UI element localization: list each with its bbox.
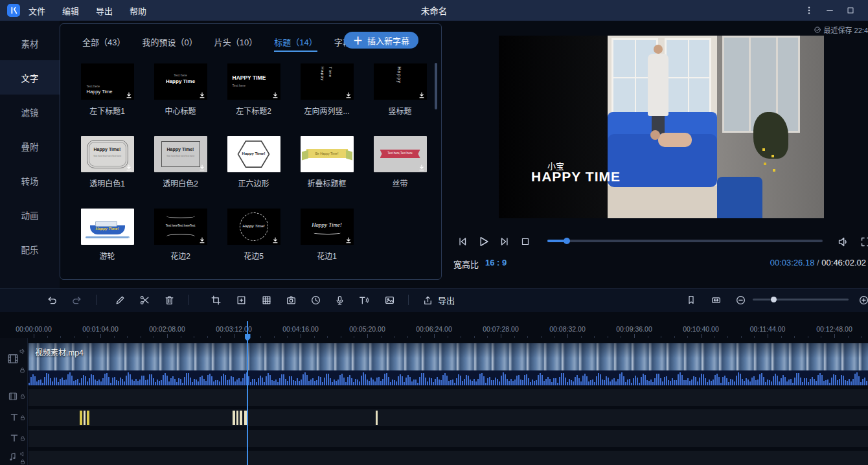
fit-timeline-button[interactable] bbox=[707, 291, 724, 308]
template-thumbnail[interactable]: Text hereHappy Time bbox=[154, 63, 207, 100]
download-icon[interactable] bbox=[345, 164, 352, 171]
next-frame-button[interactable] bbox=[497, 234, 512, 249]
stop-button[interactable] bbox=[518, 234, 533, 249]
seek-bar[interactable] bbox=[547, 240, 823, 242]
marker-button[interactable] bbox=[683, 291, 700, 308]
playhead-handle[interactable] bbox=[245, 334, 251, 341]
template-thumbnail[interactable]: Happy Time! bbox=[227, 136, 280, 172]
template-card[interactable]: Happy Time! 花边5 bbox=[217, 205, 290, 277]
aspect-ratio[interactable]: 宽高比 16 : 9 bbox=[453, 258, 507, 270]
template-thumbnail[interactable]: Happy Time! bbox=[81, 209, 134, 245]
template-card[interactable]: Happy Time!Text hereText hereText here 透… bbox=[71, 132, 144, 205]
download-icon[interactable] bbox=[345, 92, 352, 98]
template-thumbnail[interactable]: HAPPY TIMEText here bbox=[227, 63, 280, 100]
library-tab[interactable]: 全部（43） bbox=[82, 36, 125, 52]
music-track[interactable] bbox=[29, 451, 868, 465]
zoom-in-button[interactable] bbox=[855, 291, 868, 308]
template-thumbnail[interactable]: Happy Time!Text hereText hereText here bbox=[81, 136, 134, 172]
download-icon[interactable] bbox=[126, 164, 132, 171]
template-thumbnail[interactable]: HappyTime bbox=[301, 63, 354, 100]
subtitle-clip[interactable] bbox=[84, 411, 86, 425]
template-card[interactable]: Text hereText hereText 花边2 bbox=[144, 205, 217, 277]
download-icon[interactable] bbox=[418, 164, 425, 171]
template-card[interactable]: Be Happy Time! 折叠标题框 bbox=[290, 132, 363, 205]
template-card[interactable]: Text hereHappy Time 左下标题1 bbox=[71, 60, 144, 132]
zoom-slider-handle[interactable] bbox=[771, 297, 777, 302]
mosaic-button[interactable] bbox=[258, 291, 275, 308]
library-tab[interactable]: 我的预设（0） bbox=[142, 36, 197, 52]
video-clip[interactable]: 视频素材.mp4 bbox=[29, 343, 868, 385]
delete-button[interactable] bbox=[161, 291, 177, 308]
track-lock-icon[interactable] bbox=[19, 367, 26, 374]
template-card[interactable]: Happy Time! 花边1 bbox=[290, 205, 363, 277]
track-lock-icon[interactable] bbox=[19, 435, 26, 442]
crop-button[interactable] bbox=[207, 291, 224, 308]
split-button[interactable] bbox=[136, 291, 153, 308]
subtitle-clip[interactable] bbox=[87, 411, 89, 425]
subtitle-clip[interactable] bbox=[376, 411, 378, 425]
panel-scrollbar[interactable] bbox=[435, 63, 437, 109]
more-menu-icon[interactable] bbox=[801, 3, 817, 18]
track-lock-icon[interactable] bbox=[19, 414, 26, 421]
timeline-ruler[interactable]: 00:00:00.0000:01:04.0000:02:08.0000:03:1… bbox=[0, 320, 868, 338]
track-lock-icon[interactable] bbox=[19, 459, 26, 465]
subtitle-clip[interactable] bbox=[80, 411, 82, 425]
track-volume-icon[interactable] bbox=[19, 451, 26, 457]
template-thumbnail[interactable]: Be Happy Time! bbox=[301, 136, 354, 172]
download-icon[interactable] bbox=[272, 92, 279, 98]
template-card[interactable]: Text hereHappy Time 中心标题 bbox=[144, 60, 217, 132]
sidebar-item[interactable]: 素材 bbox=[0, 26, 60, 60]
subtitle-track-2[interactable] bbox=[29, 430, 868, 447]
snapshot-button[interactable] bbox=[282, 291, 299, 308]
text-to-speech-button[interactable] bbox=[355, 291, 372, 308]
track-lock-icon[interactable] bbox=[19, 393, 26, 400]
subtitle-track-1[interactable] bbox=[29, 409, 868, 426]
voiceover-button[interactable] bbox=[331, 291, 348, 308]
template-thumbnail[interactable]: Happy Time!Text hereText hereText here bbox=[154, 136, 207, 172]
sidebar-item[interactable]: 滤镜 bbox=[0, 95, 60, 129]
aspect-ratio-value[interactable]: 16 : 9 bbox=[485, 258, 507, 270]
template-card[interactable]: Text here,Text here 丝带 bbox=[363, 132, 437, 205]
template-thumbnail[interactable]: Happy bbox=[374, 63, 427, 100]
library-tab[interactable]: 片头（10） bbox=[214, 36, 257, 52]
insert-subtitle-button[interactable]: ＋ 插入新字幕 bbox=[344, 32, 418, 49]
template-thumbnail[interactable]: Text here,Text here bbox=[374, 136, 427, 172]
template-card[interactable]: Happy Time!Text hereText hereText here 透… bbox=[144, 132, 217, 205]
video-track-2[interactable] bbox=[29, 389, 868, 406]
video-preview[interactable]: 小宝 HAPPY TIME bbox=[499, 36, 824, 218]
template-card[interactable]: Happy Time! 游轮 bbox=[71, 205, 144, 277]
template-thumbnail[interactable]: Text hereHappy Time bbox=[81, 63, 134, 100]
duration-button[interactable] bbox=[307, 291, 324, 308]
timeline-zoom-slider[interactable] bbox=[753, 299, 849, 301]
download-icon[interactable] bbox=[199, 164, 205, 171]
undo-button[interactable] bbox=[43, 291, 60, 308]
download-icon[interactable] bbox=[126, 237, 132, 244]
picture-in-picture-button[interactable] bbox=[381, 291, 398, 308]
sidebar-item[interactable]: 叠附 bbox=[0, 129, 60, 163]
previous-frame-button[interactable] bbox=[455, 234, 470, 249]
download-icon[interactable] bbox=[272, 164, 279, 171]
template-thumbnail[interactable]: Happy Time! bbox=[301, 209, 354, 245]
subtitle-clip[interactable] bbox=[236, 411, 238, 425]
edit-button[interactable] bbox=[111, 291, 128, 308]
template-card[interactable]: HAPPY TIMEText here 左下标题2 bbox=[217, 60, 290, 132]
template-card[interactable]: Happy Time! 正六边形 bbox=[217, 132, 290, 205]
template-thumbnail[interactable]: Text hereText hereText bbox=[154, 209, 207, 245]
play-button[interactable] bbox=[475, 234, 491, 249]
template-card[interactable]: HappyTime 左向两列竖... bbox=[290, 60, 363, 132]
download-icon[interactable] bbox=[418, 92, 425, 98]
playhead[interactable] bbox=[247, 321, 248, 465]
freeze-frame-button[interactable] bbox=[233, 291, 249, 308]
zoom-out-button[interactable] bbox=[732, 291, 749, 308]
download-icon[interactable] bbox=[199, 237, 205, 244]
template-card[interactable]: Happy 竖标题 bbox=[363, 60, 437, 132]
track-volume-icon[interactable] bbox=[19, 348, 26, 355]
subtitle-clip[interactable] bbox=[240, 411, 242, 425]
download-icon[interactable] bbox=[345, 237, 352, 244]
fullscreen-icon[interactable] bbox=[858, 234, 868, 249]
export-button[interactable]: 导出 bbox=[422, 291, 455, 308]
subtitle-clip[interactable] bbox=[233, 411, 235, 425]
download-icon[interactable] bbox=[126, 92, 132, 98]
sidebar-item[interactable]: 配乐 bbox=[0, 232, 60, 266]
sidebar-item[interactable]: 文字 bbox=[0, 60, 60, 95]
